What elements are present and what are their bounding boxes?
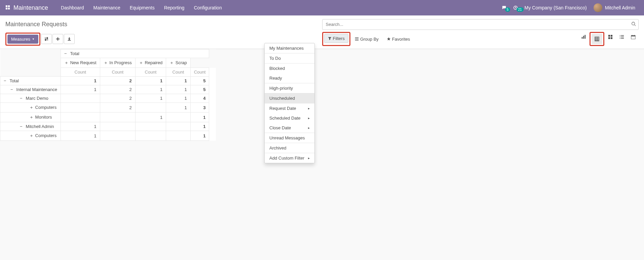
minus-icon: −: [4, 78, 8, 83]
table-row: − Mitchell Admin11: [0, 122, 216, 131]
filter-option-label: Scheduled Date: [269, 116, 301, 121]
cell: 2: [100, 85, 135, 94]
col-header[interactable]: ＋ New Request: [61, 58, 100, 68]
row-header[interactable]: ＋ Monitors: [0, 113, 61, 122]
filters-button[interactable]: Filters: [324, 34, 348, 43]
expand-button[interactable]: [52, 34, 63, 44]
page-title: Maintenance Requests: [5, 18, 67, 31]
col-header[interactable]: ＋ In Progress: [100, 58, 135, 68]
svg-rect-15: [608, 37, 610, 39]
filter-option-label: Blocked: [269, 66, 285, 71]
row-header[interactable]: ＋ Computers: [0, 103, 61, 113]
measures-button[interactable]: Measures ▼: [7, 35, 38, 44]
filter-option[interactable]: Ready: [265, 73, 314, 83]
search-input[interactable]: [322, 19, 639, 30]
svg-rect-6: [355, 38, 359, 38]
svg-rect-3: [8, 7, 10, 9]
filter-option[interactable]: My Maintenances: [265, 43, 314, 53]
chevron-right-icon: ▸: [308, 126, 310, 130]
activity-button[interactable]: 21: [510, 5, 521, 10]
chevron-down-icon: ▼: [32, 38, 35, 41]
col-header[interactable]: ＋ Scrap: [166, 58, 191, 68]
plus-icon: ＋: [29, 133, 34, 139]
kanban-view-button[interactable]: [605, 32, 616, 42]
plus-icon: ＋: [29, 114, 34, 120]
cell: 3: [190, 103, 209, 113]
highlight-pivot-view: [590, 32, 604, 46]
cell: [100, 122, 135, 131]
user-menu[interactable]: Mitchell Admin: [590, 3, 639, 12]
favorites-label: Favorites: [392, 37, 410, 42]
calendar-view-button[interactable]: [628, 32, 639, 42]
filter-option[interactable]: High-priority: [265, 83, 314, 93]
nav-configuration[interactable]: Configuration: [189, 0, 226, 15]
plus-icon: ＋: [29, 104, 34, 111]
nav-maintenance[interactable]: Maintenance: [89, 0, 125, 15]
nav-reporting[interactable]: Reporting: [159, 0, 189, 15]
cell: [135, 103, 166, 113]
row-header[interactable]: ＋ Computers: [0, 131, 61, 141]
filter-option[interactable]: Scheduled Date▸: [265, 113, 314, 123]
cell: 1: [135, 77, 166, 85]
app-brand[interactable]: Maintenance: [13, 4, 48, 11]
pivot-view-button[interactable]: [592, 34, 602, 44]
favorites-button[interactable]: Favorites: [383, 32, 414, 46]
count-header: Count: [166, 68, 191, 77]
cell: [61, 103, 100, 113]
cell: [135, 122, 166, 131]
apps-icon[interactable]: [5, 4, 10, 11]
cell: 1: [190, 131, 209, 141]
list-view-button[interactable]: [616, 32, 627, 42]
svg-rect-11: [585, 35, 586, 39]
filter-option[interactable]: Close Date▸: [265, 123, 314, 133]
plus-icon: ＋: [139, 60, 144, 66]
col-header[interactable]: ＋ Repaired: [135, 58, 166, 68]
filter-option[interactable]: Unscheduled: [265, 93, 314, 103]
company-switcher[interactable]: My Company (San Francisco): [521, 5, 590, 10]
svg-rect-24: [631, 36, 635, 37]
cell: 1: [166, 103, 191, 113]
svg-rect-17: [620, 35, 620, 36]
pivot-table: − Total ＋ New Request＋ In Progress＋ Repa…: [0, 49, 216, 141]
group-by-button[interactable]: Group By: [351, 32, 382, 46]
cell: 1: [61, 85, 100, 94]
cell: 2: [100, 103, 135, 113]
svg-rect-8: [355, 40, 359, 41]
nav-equipments[interactable]: Equipments: [125, 0, 159, 15]
cell: [166, 113, 191, 122]
cell: 4: [190, 94, 209, 103]
row-header[interactable]: − Mitchell Admin: [0, 122, 61, 131]
filter-option[interactable]: To Do: [265, 53, 314, 63]
download-button[interactable]: [64, 34, 75, 44]
search-icon[interactable]: [631, 21, 636, 27]
cell: 1: [190, 113, 209, 122]
measures-label: Measures: [11, 37, 30, 42]
control-panel: Maintenance Requests Measures ▼: [0, 15, 644, 49]
svg-rect-22: [621, 38, 624, 39]
filter-option-label: High-priority: [269, 86, 293, 91]
svg-rect-16: [611, 37, 612, 39]
count-header: Count: [190, 68, 209, 77]
flip-axis-button[interactable]: [41, 34, 52, 44]
cell: 1: [166, 77, 191, 85]
col-total-header[interactable]: − Total: [61, 49, 209, 58]
filter-option[interactable]: Unread Messages: [265, 133, 314, 141]
row-header[interactable]: − Marc Demo: [0, 94, 61, 103]
graph-view-button[interactable]: [578, 32, 589, 42]
cell: 1: [61, 122, 100, 131]
filters-dropdown: My MaintenancesTo DoBlockedReadyHigh-pri…: [264, 43, 315, 141]
count-header: Count: [135, 68, 166, 77]
row-header[interactable]: − Total: [0, 77, 61, 85]
svg-rect-19: [620, 37, 620, 37]
svg-rect-0: [6, 5, 7, 7]
filter-option[interactable]: Blocked: [265, 63, 314, 73]
filter-option[interactable]: Request Date▸: [265, 103, 314, 113]
count-header: Count: [100, 68, 135, 77]
table-row: ＋ Monitors11: [0, 113, 216, 122]
chat-button[interactable]: 5: [498, 5, 510, 10]
row-header[interactable]: − Internal Maintenance: [0, 85, 61, 94]
nav-dashboard[interactable]: Dashboard: [56, 0, 89, 15]
filter-option-label: Unread Messages: [269, 135, 305, 140]
svg-rect-14: [611, 35, 612, 37]
plus-icon: ＋: [169, 60, 174, 66]
